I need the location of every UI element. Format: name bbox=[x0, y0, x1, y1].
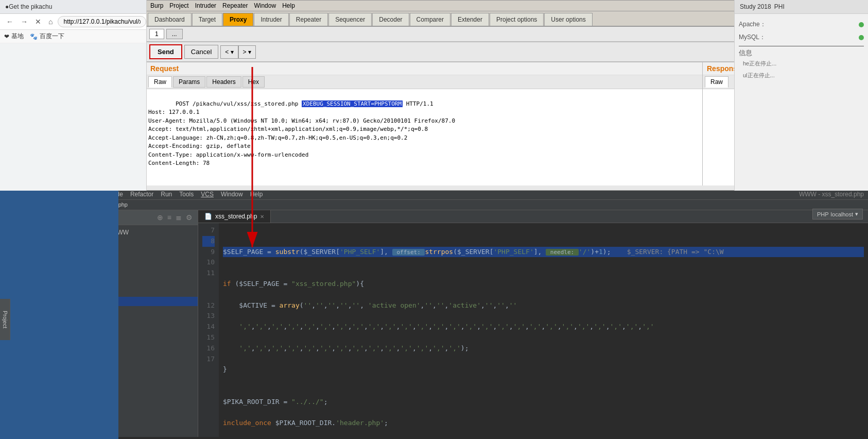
burp-menu-burp[interactable]: Burp bbox=[150, 2, 163, 9]
editor-tab-label: xss_stored.php bbox=[215, 213, 257, 220]
request-tab-raw[interactable]: Raw bbox=[148, 76, 172, 88]
tab-target[interactable]: Target bbox=[192, 13, 222, 26]
bookmark-baidu-label: 百度一下 bbox=[40, 32, 64, 41]
bookmark-jidi-icon: ❤ bbox=[4, 33, 9, 40]
tab-decoder[interactable]: Decoder bbox=[372, 13, 409, 26]
line-num-13: 13 bbox=[202, 311, 215, 322]
burp-menu-project[interactable]: Project bbox=[169, 2, 188, 9]
line-numbers: 7 8 9 10 11 12 13 14 15 16 17 bbox=[198, 223, 219, 437]
burp-menu-help[interactable]: Help bbox=[282, 2, 295, 9]
window-title: WWW - xss_stored.php bbox=[799, 191, 864, 198]
line-num-16: 16 bbox=[202, 343, 215, 354]
browser-chrome: ● Get the pikachu ← → ✕ ⌂ ❤ 基地 🐾 百度一下 bbox=[0, 0, 147, 191]
localhost-badge[interactable]: PHP localhost ▾ bbox=[812, 209, 863, 220]
tree-btn-add[interactable]: ⊕ bbox=[156, 212, 164, 223]
breadcrumb: WWW › pikachu › vul › xss › 📄 xss_stored… bbox=[0, 200, 868, 210]
request-line2: Host: 127.0.0.1 bbox=[148, 109, 199, 115]
phpstorm-window: 🟣 File Edit View Navigate Code Refactor … bbox=[0, 189, 868, 439]
phpstudy-apache-item: Apache： bbox=[739, 18, 864, 31]
nav-forward-button[interactable]: → bbox=[19, 16, 30, 27]
line-num-17: 17 bbox=[202, 354, 215, 365]
line-num-7: 7 bbox=[202, 225, 215, 236]
tree-btn-collapse[interactable]: ≡ bbox=[166, 212, 172, 223]
code-line-12: } bbox=[223, 364, 864, 375]
nav-arrows: < ▾ > ▾ bbox=[220, 45, 256, 59]
repeater-tab-dots[interactable]: ... bbox=[166, 29, 183, 39]
request-content[interactable]: POST /pikachu/vul/xss/xss_stored.php XDE… bbox=[146, 89, 702, 185]
line-num-14: 14 bbox=[202, 322, 215, 332]
tab-intruder[interactable]: Intruder bbox=[254, 13, 288, 26]
mysql-status-dot bbox=[859, 35, 864, 40]
url-bar[interactable] bbox=[58, 16, 146, 27]
browser-nav: ← → ✕ ⌂ bbox=[0, 14, 146, 30]
phpstudy-content: Apache： MySQL： 信息 he正在停止... ul正在停止... bbox=[735, 14, 868, 86]
tree-btn-settings[interactable]: ⚙ bbox=[185, 212, 194, 223]
tab-user-options[interactable]: User options bbox=[544, 13, 592, 26]
phpstorm-menu: 🟣 File Edit View Navigate Code Refactor … bbox=[0, 189, 868, 200]
response-tab-raw[interactable]: Raw bbox=[705, 76, 728, 88]
browser-tab[interactable]: ● Get the pikachu bbox=[0, 0, 146, 14]
nav-back-button[interactable]: ← bbox=[4, 16, 15, 27]
burp-menu-window[interactable]: Window bbox=[254, 2, 276, 9]
cancel-button[interactable]: Cancel bbox=[184, 45, 218, 59]
divider bbox=[739, 46, 864, 46]
tab-sequencer[interactable]: Sequencer bbox=[328, 13, 372, 26]
request-tab-headers[interactable]: Headers bbox=[206, 76, 241, 88]
request-tab-params[interactable]: Params bbox=[173, 76, 205, 88]
phpstudy-tab-study[interactable]: Study 2018 bbox=[740, 3, 771, 10]
prev-button[interactable]: < ▾ bbox=[220, 45, 238, 59]
menu-refactor[interactable]: Refactor bbox=[130, 191, 153, 198]
phpstorm-main: Project ▾ ⊕ ≡ ≣ ⚙ ▼ 📁 WWW D:\phpStudy\PH… bbox=[0, 210, 868, 437]
line-num-11b bbox=[202, 279, 215, 290]
line-num-11: 11 bbox=[202, 268, 215, 279]
nav-home-button[interactable]: ⌂ bbox=[46, 16, 55, 27]
line-num-11c bbox=[202, 290, 215, 300]
editor-tab-icon: 📄 bbox=[204, 213, 212, 220]
tab-dashboard[interactable]: Dashboard bbox=[148, 13, 192, 26]
bookmark-baidu[interactable]: 🐾 百度一下 bbox=[30, 32, 64, 41]
code-line-10: if ($SELF_PAGE = "xss_stored.php"){ bbox=[223, 279, 864, 290]
line-num-12: 12 bbox=[202, 300, 215, 311]
bookmark-jidi[interactable]: ❤ 基地 bbox=[4, 32, 24, 41]
menu-vcs[interactable]: VCS bbox=[201, 191, 214, 198]
code-line-11b: ',',',',',',',',',',',',',',',',',',',',… bbox=[223, 322, 864, 332]
menu-tools[interactable]: Tools bbox=[179, 191, 194, 198]
editor-tab-close[interactable]: ✕ bbox=[260, 214, 264, 220]
tree-btn-expand[interactable]: ≣ bbox=[175, 212, 183, 223]
browser-bookmarks: ❤ 基地 🐾 百度一下 bbox=[0, 30, 146, 43]
repeater-tab-1[interactable]: 1 bbox=[149, 29, 164, 39]
apache-status-dot bbox=[859, 22, 864, 27]
request-line1-prefix: POST /pikachu/vul/xss/xss_stored.php bbox=[176, 100, 302, 107]
line-num-9: 9 bbox=[202, 247, 215, 258]
request-line3: User-Agent: Mozilla/5.0 (Windows NT 10.0… bbox=[148, 117, 455, 124]
tab-repeater[interactable]: Repeater bbox=[289, 13, 328, 26]
editor-tab-xss[interactable]: 📄 xss_stored.php ✕ bbox=[198, 210, 271, 223]
tab-extender[interactable]: Extender bbox=[451, 13, 489, 26]
burp-menu-repeater[interactable]: Repeater bbox=[222, 2, 248, 9]
phpstudy-mysql-item: MySQL： bbox=[739, 31, 864, 44]
phpstudy-log1: he正在停止... bbox=[739, 58, 864, 70]
request-line7: Content-Type: application/x-www-form-url… bbox=[148, 151, 308, 158]
tab-proxy[interactable]: Proxy bbox=[223, 13, 253, 26]
send-button[interactable]: Send bbox=[149, 44, 182, 59]
code-lines[interactable]: $SELF_PAGE = substr($_SERVER['PHP_SELF']… bbox=[219, 223, 868, 437]
mysql-label: MySQL： bbox=[739, 33, 766, 42]
localhost-chevron: ▾ bbox=[855, 211, 858, 217]
menu-window[interactable]: Window bbox=[221, 191, 243, 198]
menu-help[interactable]: Help bbox=[250, 191, 263, 198]
burp-menu-intruder[interactable]: Intruder bbox=[195, 2, 216, 9]
localhost-label: localhost bbox=[831, 211, 853, 217]
request-line5: Accept-Language: zh-CN,zh;q=0.8,zh-TW;q=… bbox=[148, 134, 407, 141]
tab-comparer[interactable]: Comparer bbox=[410, 13, 450, 26]
request-tab-hex[interactable]: Hex bbox=[242, 76, 265, 88]
request-tabs: Raw Params Headers Hex bbox=[146, 75, 702, 89]
phpstudy-tab-phi[interactable]: PHI bbox=[774, 3, 785, 10]
tab-project-options[interactable]: Project options bbox=[490, 13, 544, 26]
nav-close-button[interactable]: ✕ bbox=[33, 16, 43, 27]
line-num-15: 15 bbox=[202, 332, 215, 343]
project-sidebar-tab[interactable]: Project bbox=[0, 299, 10, 340]
next-button[interactable]: > ▾ bbox=[238, 45, 256, 59]
phpstudy-panel: Study 2018 PHI Apache： MySQL： 信息 he正在停止.… bbox=[734, 0, 868, 191]
tab-dot: ● bbox=[5, 3, 9, 10]
menu-run[interactable]: Run bbox=[161, 191, 172, 198]
